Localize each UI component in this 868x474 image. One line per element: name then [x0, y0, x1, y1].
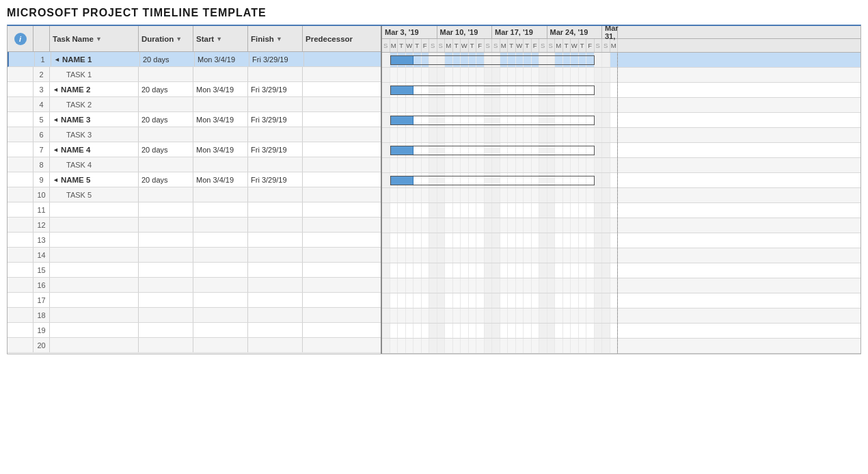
- td-task-name[interactable]: ◄NAME 2: [50, 82, 139, 96]
- table-row[interactable]: 9◄NAME 520 daysMon 3/4/19Fri 3/29/19: [8, 172, 381, 187]
- td-task-name[interactable]: TASK 4: [50, 157, 139, 172]
- td-finish[interactable]: [248, 97, 303, 111]
- td-start[interactable]: Mon 3/4/19: [193, 82, 248, 96]
- td-finish[interactable]: Fri 3/29/19: [248, 142, 303, 157]
- td-predecessor[interactable]: [303, 112, 357, 127]
- td-finish[interactable]: [248, 263, 303, 277]
- td-duration[interactable]: 20 days: [139, 142, 193, 157]
- collapse-icon[interactable]: ◄: [53, 176, 59, 183]
- td-duration[interactable]: [139, 233, 193, 247]
- td-duration[interactable]: 20 days: [139, 112, 193, 127]
- td-predecessor[interactable]: [303, 127, 357, 142]
- table-row[interactable]: 18: [8, 308, 381, 323]
- table-row[interactable]: 8TASK 4: [8, 157, 381, 172]
- td-predecessor[interactable]: [303, 172, 357, 187]
- td-duration[interactable]: 20 days: [139, 82, 193, 96]
- collapse-icon[interactable]: ◄: [54, 56, 60, 63]
- td-predecessor[interactable]: [303, 187, 357, 202]
- start-filter-icon[interactable]: ▼: [216, 36, 222, 42]
- td-predecessor[interactable]: [303, 308, 357, 322]
- td-task-name[interactable]: [50, 202, 139, 217]
- collapse-icon[interactable]: ◄: [53, 116, 59, 123]
- td-duration[interactable]: 20 days: [140, 52, 195, 66]
- table-row[interactable]: 10TASK 5: [8, 187, 381, 202]
- table-row[interactable]: 15: [8, 263, 381, 278]
- td-task-name[interactable]: [50, 338, 139, 352]
- th-finish[interactable]: Finish ▼: [248, 26, 303, 51]
- td-duration[interactable]: [139, 293, 193, 307]
- table-row[interactable]: 7◄NAME 420 daysMon 3/4/19Fri 3/29/19: [8, 142, 381, 157]
- td-finish[interactable]: [248, 338, 303, 352]
- td-start[interactable]: Mon 3/4/19: [193, 142, 248, 157]
- td-task-name[interactable]: [50, 218, 139, 232]
- td-finish[interactable]: [248, 248, 303, 262]
- duration-filter-icon[interactable]: ▼: [176, 36, 182, 42]
- td-start[interactable]: [193, 202, 248, 217]
- td-finish[interactable]: [248, 127, 303, 142]
- td-duration[interactable]: 20 days: [139, 172, 193, 187]
- td-task-name[interactable]: ◄NAME 5: [50, 172, 139, 187]
- td-task-name[interactable]: [50, 323, 139, 337]
- td-predecessor[interactable]: [303, 278, 357, 292]
- td-duration[interactable]: [139, 248, 193, 262]
- finish-filter-icon[interactable]: ▼: [276, 36, 282, 42]
- td-duration[interactable]: [139, 97, 193, 111]
- td-predecessor[interactable]: [303, 323, 357, 337]
- td-finish[interactable]: [248, 187, 303, 202]
- td-finish[interactable]: [248, 278, 303, 292]
- th-start[interactable]: Start ▼: [193, 26, 248, 51]
- table-row[interactable]: 11: [8, 202, 381, 218]
- td-duration[interactable]: [139, 218, 193, 232]
- td-predecessor[interactable]: [303, 142, 357, 157]
- td-task-name[interactable]: ◄NAME 3: [50, 112, 139, 127]
- table-row[interactable]: 2TASK 1: [8, 67, 381, 82]
- td-task-name[interactable]: [50, 248, 139, 262]
- td-predecessor[interactable]: [303, 293, 357, 307]
- td-duration[interactable]: [139, 308, 193, 322]
- td-start[interactable]: Mon 3/4/19: [193, 172, 248, 187]
- td-duration[interactable]: [139, 338, 193, 352]
- td-task-name[interactable]: ◄NAME 1: [51, 52, 140, 66]
- task-filter-icon[interactable]: ▼: [96, 36, 102, 42]
- td-finish[interactable]: [248, 67, 303, 81]
- td-finish[interactable]: [248, 202, 303, 217]
- td-start[interactable]: [193, 308, 248, 322]
- td-start[interactable]: [193, 157, 248, 172]
- td-task-name[interactable]: [50, 233, 139, 247]
- table-row[interactable]: 14: [8, 248, 381, 263]
- td-start[interactable]: [193, 127, 248, 142]
- td-task-name[interactable]: TASK 1: [50, 67, 139, 81]
- td-finish[interactable]: [248, 157, 303, 172]
- table-row[interactable]: 13: [8, 233, 381, 248]
- th-task-name[interactable]: Task Name ▼: [50, 26, 139, 51]
- td-finish[interactable]: Fri 3/29/19: [248, 82, 303, 96]
- table-row[interactable]: 12: [8, 218, 381, 233]
- th-duration[interactable]: Duration ▼: [139, 26, 193, 51]
- td-predecessor[interactable]: [303, 157, 357, 172]
- th-predecessor[interactable]: Predecessor: [303, 26, 357, 51]
- table-row[interactable]: 1◄NAME 120 daysMon 3/4/19Fri 3/29/19: [8, 52, 381, 67]
- td-task-name[interactable]: TASK 2: [50, 97, 139, 111]
- td-predecessor[interactable]: [303, 248, 357, 262]
- table-row[interactable]: 19: [8, 323, 381, 338]
- td-predecessor[interactable]: [303, 263, 357, 277]
- td-start[interactable]: [193, 323, 248, 337]
- td-finish[interactable]: [248, 293, 303, 307]
- td-finish[interactable]: [248, 323, 303, 337]
- td-duration[interactable]: [139, 67, 193, 81]
- td-start[interactable]: [193, 338, 248, 352]
- td-finish[interactable]: [248, 233, 303, 247]
- td-task-name[interactable]: [50, 308, 139, 322]
- td-duration[interactable]: [139, 187, 193, 202]
- td-finish[interactable]: [248, 308, 303, 322]
- td-task-name[interactable]: [50, 293, 139, 307]
- td-start[interactable]: [193, 97, 248, 111]
- table-row[interactable]: 3◄NAME 220 daysMon 3/4/19Fri 3/29/19: [8, 82, 381, 97]
- table-row[interactable]: 5◄NAME 320 daysMon 3/4/19Fri 3/29/19: [8, 112, 381, 127]
- td-start[interactable]: [193, 187, 248, 202]
- td-finish[interactable]: Fri 3/29/19: [249, 52, 304, 66]
- td-task-name[interactable]: ◄NAME 4: [50, 142, 139, 157]
- collapse-icon[interactable]: ◄: [53, 86, 59, 93]
- td-duration[interactable]: [139, 278, 193, 292]
- table-row[interactable]: 4TASK 2: [8, 97, 381, 112]
